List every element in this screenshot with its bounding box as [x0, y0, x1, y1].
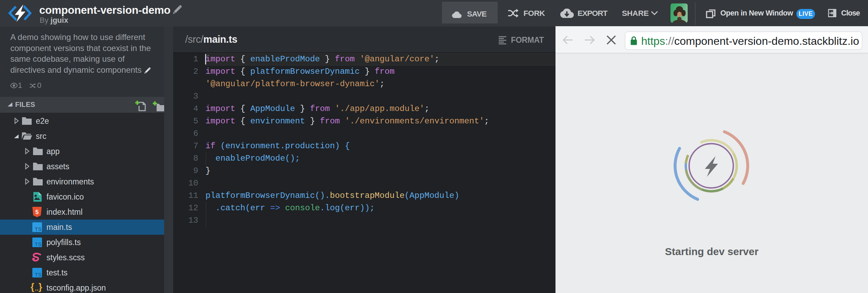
svg-text:5: 5 [35, 209, 39, 215]
